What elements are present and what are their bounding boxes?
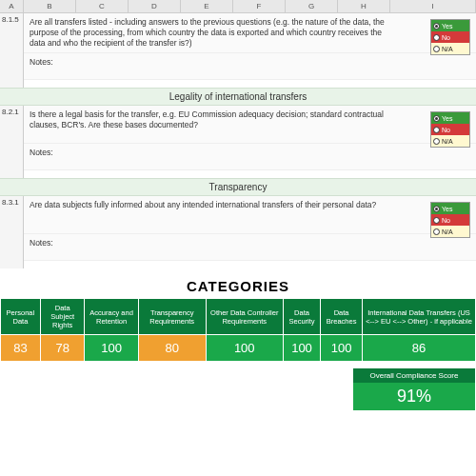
col-f[interactable]: F [233, 0, 286, 12]
categories-title: CATEGORIES [0, 272, 476, 298]
overall-label: Overall Compliance Score [353, 368, 475, 383]
cat-score: 83 [1, 335, 41, 362]
cat-header: Data Breaches [321, 299, 363, 335]
question-cell[interactable]: Are data subjects fully informed about a… [24, 196, 476, 234]
cat-header: Personal Data [1, 299, 41, 335]
question-text: Is there a legal basis for the transfer,… [30, 109, 391, 130]
categories-table: Personal Data Data Subject Rights Accura… [0, 298, 476, 362]
col-g[interactable]: G [286, 0, 338, 12]
row-ref: 8.1.5 [0, 13, 24, 88]
cat-score: 100 [283, 335, 320, 362]
question-text: Are data subjects fully informed about a… [30, 200, 391, 210]
cat-header: Accuracy and Retention [85, 299, 138, 335]
cat-score: 78 [40, 335, 85, 362]
col-a[interactable]: A [0, 0, 24, 12]
radio-na[interactable]: N/A [431, 135, 469, 147]
radio-dot-icon [433, 23, 440, 30]
column-header-row: A B C D E F G H I [0, 0, 476, 13]
radio-dot-icon [433, 228, 440, 235]
col-c[interactable]: C [76, 0, 129, 12]
cat-header: Transparency Requirements [138, 299, 206, 335]
cat-score: 80 [138, 335, 206, 362]
cat-header: Data Subject Rights [40, 299, 85, 335]
col-b[interactable]: B [24, 0, 76, 12]
radio-dot-icon [433, 138, 440, 145]
radio-dot-icon [433, 34, 440, 41]
row-ref: 8.3.1 [0, 196, 24, 268]
question-cell[interactable]: Are all transfers listed - including ans… [24, 13, 476, 53]
section-header: Transparency [0, 178, 476, 196]
radio-no[interactable]: No [431, 31, 469, 43]
categories-header-row: Personal Data Data Subject Rights Accura… [1, 299, 476, 335]
radio-yes[interactable]: Yes [431, 112, 469, 124]
radio-no[interactable]: No [431, 124, 469, 135]
col-d[interactable]: D [129, 0, 181, 12]
col-e[interactable]: E [181, 0, 233, 12]
categories-score-row: 83 78 100 80 100 100 100 86 [1, 335, 476, 362]
cat-header: Data Security [283, 299, 320, 335]
radio-dot-icon [433, 206, 440, 212]
radio-yes[interactable]: Yes [431, 20, 469, 31]
radio-dot-icon [433, 127, 440, 133]
cat-header: Other Data Controller Requirements [206, 299, 283, 335]
cat-score: 100 [85, 335, 138, 362]
notes-cell[interactable]: Notes: [24, 234, 476, 261]
cat-score: 100 [206, 335, 283, 362]
cat-header: International Data Transfers (US <--> EU… [363, 299, 476, 335]
col-i[interactable]: I [390, 0, 476, 12]
question-text: Are all transfers listed - including ans… [30, 17, 391, 49]
notes-cell[interactable]: Notes: [24, 53, 476, 80]
cat-score: 86 [363, 335, 476, 362]
radio-dot-icon [433, 115, 440, 122]
radio-yes[interactable]: Yes [431, 203, 469, 214]
overall-score-box: Overall Compliance Score 91% [352, 367, 476, 411]
overall-value: 91% [353, 383, 475, 410]
radio-na[interactable]: N/A [431, 43, 469, 54]
section-header: Legality of international transfers [0, 88, 476, 106]
row-ref: 8.2.1 [0, 106, 24, 178]
answer-radio-group: Yes No N/A [430, 111, 470, 148]
col-h[interactable]: H [338, 0, 390, 12]
notes-cell[interactable]: Notes: [24, 144, 476, 170]
radio-na[interactable]: N/A [431, 226, 469, 237]
answer-radio-group: Yes No N/A [430, 202, 470, 238]
answer-radio-group: Yes No N/A [430, 19, 470, 55]
question-cell[interactable]: Is there a legal basis for the transfer,… [24, 106, 476, 144]
radio-dot-icon [433, 217, 440, 224]
cat-score: 100 [321, 335, 363, 362]
radio-dot-icon [433, 46, 440, 52]
radio-no[interactable]: No [431, 214, 469, 226]
